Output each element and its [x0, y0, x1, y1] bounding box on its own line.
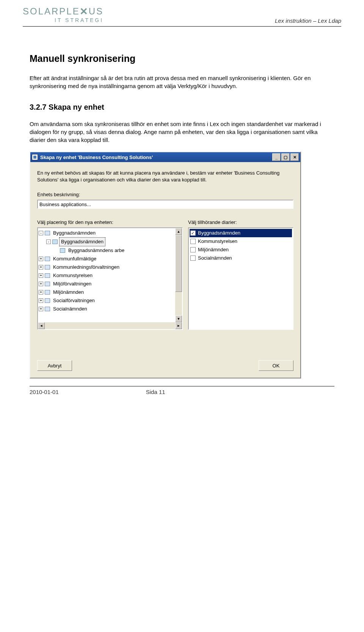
collapse-icon[interactable]: -: [46, 240, 51, 244]
checkbox[interactable]: [190, 247, 196, 252]
tree-row[interactable]: +Kommunledningsförvaltningen: [39, 263, 181, 271]
diary-row[interactable]: Socialnämnden: [190, 254, 292, 262]
expand-icon[interactable]: +: [39, 298, 43, 303]
expand-icon[interactable]: +: [39, 273, 43, 278]
diary-label: Välj tillhörande diarier:: [188, 219, 293, 225]
dialog-create-unit: Skapa ny enhet 'Business Consulting Solu…: [30, 151, 301, 378]
section-paragraph-1: Efter att ändrat inställningar så är det…: [30, 74, 334, 90]
org-icon: [45, 273, 50, 278]
org-icon: [45, 307, 50, 311]
minimize-button[interactable]: _: [272, 153, 281, 161]
page-footer: 2010-01-01 Sida 11: [0, 378, 364, 403]
app-icon: [32, 154, 38, 160]
logo-subtitle: IT STRATEGI: [23, 17, 104, 23]
section-paragraph-2: Om användarna som ska synkroniseras till…: [30, 120, 334, 144]
tree-label[interactable]: Socialförvaltningen: [52, 296, 96, 305]
tree-row[interactable]: +Miljönämnden: [39, 288, 181, 296]
tree-label[interactable]: Byggnadsnämnden: [52, 229, 97, 237]
desc-label: Enhets beskrivning:: [37, 192, 293, 197]
folder-icon: [52, 240, 58, 244]
page-header: SOLARPLE✕US IT STRATEGI Lex instruktion …: [0, 0, 364, 24]
org-icon: [45, 282, 50, 286]
org-icon: [45, 231, 50, 235]
tree-label[interactable]: Miljöförvaltningen: [52, 280, 93, 288]
diary-row[interactable]: Kommunstyrelsen: [190, 237, 292, 246]
tree-label[interactable]: Kommunstyrelsen: [52, 271, 94, 280]
footer-rule: [30, 386, 334, 386]
tree-row[interactable]: -Byggnadsnämnden: [39, 237, 181, 246]
tree-row[interactable]: +Miljöförvaltningen: [39, 280, 181, 288]
scroll-down-icon[interactable]: ▼: [175, 315, 182, 322]
logo: SOLARPLE✕US IT STRATEGI: [23, 7, 104, 23]
close-button[interactable]: ✕: [290, 153, 299, 161]
diary-row[interactable]: Miljönämnden: [190, 246, 292, 254]
footer-date: 2010-01-01: [30, 389, 59, 395]
tree-row[interactable]: +Socialnämnden: [39, 305, 181, 313]
checkbox[interactable]: [190, 255, 196, 261]
expand-icon[interactable]: +: [39, 307, 43, 311]
doc-title: Lex instruktion – Lex Ldap: [275, 7, 341, 24]
expand-icon[interactable]: +: [39, 265, 43, 270]
cancel-button[interactable]: Avbryt: [37, 360, 72, 371]
tree-row[interactable]: -Byggnadsnämnden: [39, 229, 181, 237]
section-heading: Manuell synkronisering: [30, 53, 334, 64]
logo-x-icon: ✕: [80, 6, 89, 16]
checkbox[interactable]: [190, 239, 196, 244]
diary-list[interactable]: ✓ByggnadsnämndenKommunstyrelsenMiljönämn…: [188, 227, 293, 330]
desc-input[interactable]: [37, 200, 293, 209]
tree-row[interactable]: +Kommunstyrelsen: [39, 271, 181, 280]
tree-hscroll[interactable]: ◄ ►: [38, 322, 182, 329]
expand-icon[interactable]: +: [39, 257, 43, 261]
dialog-title: Skapa ny enhet 'Business Consulting Solu…: [40, 154, 272, 160]
tree-label[interactable]: Kommunfullmäktige: [52, 255, 98, 263]
folder-icon: [60, 248, 65, 253]
org-icon: [45, 257, 50, 261]
tree-label[interactable]: Kommunledningsförvaltningen: [52, 263, 121, 271]
checkbox[interactable]: ✓: [190, 230, 196, 236]
tree-label[interactable]: Byggnadsnämnden: [59, 237, 105, 246]
scroll-up-icon[interactable]: ▲: [175, 228, 182, 235]
scroll-left-icon[interactable]: ◄: [38, 322, 45, 329]
org-tree[interactable]: -Byggnadsnämnden-ByggnadsnämndenByggnads…: [37, 227, 183, 330]
scroll-thumb[interactable]: [175, 235, 182, 292]
collapse-icon[interactable]: -: [39, 231, 43, 235]
diary-label: Miljönämnden: [198, 246, 229, 254]
diary-label: Kommunstyrelsen: [198, 237, 237, 246]
tree-vscroll[interactable]: ▲ ▼: [175, 228, 182, 322]
tree-row[interactable]: +Kommunfullmäktige: [39, 255, 181, 263]
org-icon: [45, 265, 50, 270]
scroll-right-icon[interactable]: ►: [175, 322, 182, 329]
tree-row[interactable]: Byggnadsnämndens arbe: [39, 246, 181, 255]
content: Manuell synkronisering Efter att ändrat …: [0, 27, 364, 378]
subsection-heading: 3.2.7 Skapa ny enhet: [30, 103, 334, 112]
logo-text-pre: SOLARPLE: [23, 6, 80, 16]
expand-icon[interactable]: +: [39, 282, 43, 286]
org-icon: [45, 298, 50, 303]
dialog-titlebar[interactable]: Skapa ny enhet 'Business Consulting Solu…: [30, 152, 300, 162]
diary-label: Socialnämnden: [198, 254, 232, 262]
logo-text-post: US: [89, 6, 104, 16]
expand-icon[interactable]: +: [39, 290, 43, 295]
place-label: Välj placering för den nya enheten:: [37, 219, 183, 225]
dialog-intro: En ny enhet behövs att skapas för att ku…: [37, 170, 293, 183]
tree-label[interactable]: Byggnadsnämndens arbe: [67, 246, 126, 255]
tree-row[interactable]: +Socialförvaltningen: [39, 296, 181, 305]
ok-button[interactable]: OK: [259, 360, 293, 371]
diary-label: Byggnadsnämnden: [198, 229, 240, 237]
footer-page: Sida 11: [146, 389, 165, 395]
org-icon: [45, 290, 50, 295]
diary-row[interactable]: ✓Byggnadsnämnden: [190, 229, 292, 237]
tree-label[interactable]: Miljönämnden: [52, 288, 85, 296]
tree-label[interactable]: Socialnämnden: [52, 305, 89, 313]
maximize-button[interactable]: ▢: [281, 153, 290, 161]
